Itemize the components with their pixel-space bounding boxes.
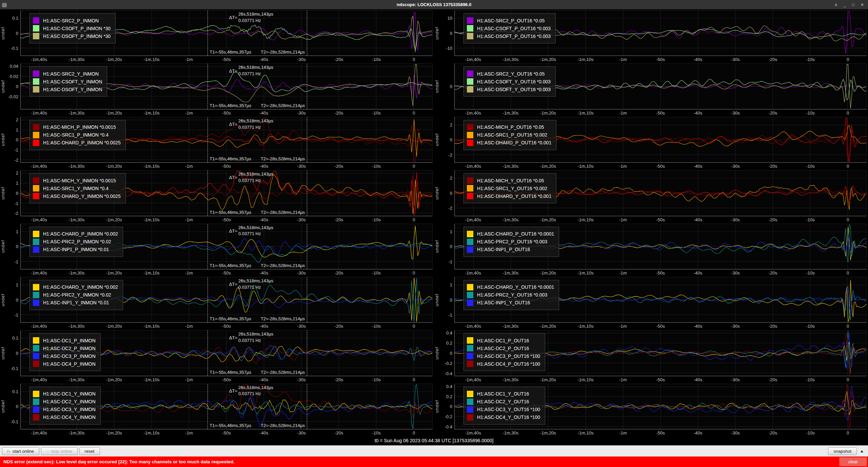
plot-legend[interactable]: H1:ASC-DC1_Y_OUT16H1:ASC-DC2_Y_OUT16H1:A… bbox=[463, 387, 545, 425]
legend-item[interactable]: H1:ASC-SRC2_P_INMON bbox=[33, 17, 111, 24]
legend-item[interactable]: H1:ASC-INP1_Y_INMON *0.01 bbox=[33, 300, 118, 306]
legend-item[interactable]: H1:ASC-SRC1_P_INMON *0.4 bbox=[33, 132, 121, 138]
cursor-t2-line[interactable] bbox=[307, 224, 307, 269]
legend-item[interactable]: H1:ASC-SRC1_Y_OUT16 *0.002 bbox=[467, 185, 551, 191]
legend-item[interactable]: H1:ASC-CSOFT_Y_INMON bbox=[33, 78, 102, 85]
collapse-panel-icon[interactable]: ▲ bbox=[860, 449, 864, 453]
cursor-t2-line[interactable] bbox=[307, 170, 307, 216]
minimize-icon[interactable]: _ bbox=[844, 2, 846, 7]
plot-legend[interactable]: H1:ASC-MICH_Y_INMON *0.0015H1:ASC-SRC1_Y… bbox=[29, 173, 126, 203]
plot-legend[interactable]: H1:ASC-DC1_P_INMONH1:ASC-DC2_P_INMONH1:A… bbox=[29, 333, 101, 371]
y-axis[interactable]: undef210-1-2 bbox=[1, 117, 20, 163]
x-axis[interactable]: -1m,40s-1m,30s-1m,20s-1m,10s-1m-50s-40s-… bbox=[20, 429, 433, 437]
plot-legend[interactable]: H1:ASC-SRC2_P_INMONH1:ASC-CSOFT_P_INMON … bbox=[29, 13, 116, 43]
legend-item[interactable]: H1:ASC-DSOFT_P_INMON *30 bbox=[33, 33, 111, 39]
legend-item[interactable]: H1:ASC-DC4_Y_INMON bbox=[33, 414, 96, 421]
shade-icon[interactable]: ∧ bbox=[834, 2, 837, 7]
legend-item[interactable]: H1:ASC-CHARD_Y_INMON *0.002 bbox=[33, 284, 118, 290]
x-axis[interactable]: -1m,40s-1m,30s-1m,20s-1m,10s-1m-50s-40s-… bbox=[20, 216, 433, 224]
legend-item[interactable]: H1:ASC-CSOFT_Y_OUT16 *0.003 bbox=[467, 78, 551, 85]
legend-item[interactable]: H1:ASC-DC4_P_OUT16 *100 bbox=[467, 361, 540, 367]
x-axis[interactable]: -1m,40s-1m,30s-1m,20s-1m,10s-1m-50s-40s-… bbox=[20, 163, 433, 170]
legend-item[interactable]: H1:ASC-DC2_Y_OUT16 bbox=[467, 399, 540, 405]
y-axis[interactable]: undef20-2 bbox=[435, 170, 454, 216]
plot-legend[interactable]: H1:ASC-DC1_P_OUT16H1:ASC-DC2_P_OUT16H1:A… bbox=[463, 333, 545, 371]
legend-item[interactable]: H1:ASC-SRC2_Y_INMON bbox=[33, 70, 102, 77]
plot-legend[interactable]: H1:ASC-MICH_P_OUT16 *0.05H1:ASC-SRC1_P_O… bbox=[463, 120, 556, 150]
cursor-t1-line[interactable] bbox=[208, 330, 208, 375]
plot-legend[interactable]: H1:ASC-CHARD_P_INMON *0.002H1:ASC-PRC2_P… bbox=[29, 227, 123, 257]
legend-item[interactable]: H1:ASC-CHARD_P_OUT16 *0.0001 bbox=[467, 231, 554, 237]
x-axis[interactable]: -1m,40s-1m,30s-1m,20s-1m,10s-1m-50s-40s-… bbox=[20, 56, 433, 63]
x-axis[interactable]: -1m,40s-1m,30s-1m,20s-1m,10s-1m-50s-40s-… bbox=[454, 429, 867, 437]
legend-item[interactable]: H1:ASC-DHARD_P_OUT16 *0.001 bbox=[467, 140, 551, 146]
legend-item[interactable]: H1:ASC-MICH_Y_INMON *0.0015 bbox=[33, 177, 121, 184]
plot-legend[interactable]: H1:ASC-SRC2_Y_INMONH1:ASC-CSOFT_Y_INMONH… bbox=[29, 66, 107, 97]
legend-item[interactable]: H1:ASC-MICH_Y_OUT16 *0.05 bbox=[467, 177, 551, 184]
x-axis[interactable]: -1m,40s-1m,30s-1m,20s-1m,10s-1m-50s-40s-… bbox=[454, 216, 867, 224]
legend-item[interactable]: H1:ASC-DC2_P_INMON bbox=[33, 345, 96, 351]
legend-item[interactable]: H1:ASC-DHARD_Y_INMON *0.0025 bbox=[33, 193, 121, 199]
y-axis[interactable]: undef10-1 bbox=[435, 224, 454, 269]
legend-item[interactable]: H1:ASC-DHARD_P_INMON *0.0025 bbox=[33, 140, 121, 146]
y-axis[interactable]: undef0.40.20-0.2-0.4 bbox=[435, 330, 454, 376]
legend-item[interactable]: H1:ASC-DSOFT_Y_OUT16 *0.003 bbox=[467, 86, 551, 93]
legend-item[interactable]: H1:ASC-SRC2_Y_OUT16 *0.05 bbox=[467, 70, 551, 77]
legend-item[interactable]: H1:ASC-DC1_Y_OUT16 bbox=[467, 391, 540, 397]
legend-item[interactable]: H1:ASC-DC4_Y_OUT16 *100 bbox=[467, 414, 540, 421]
legend-item[interactable]: H1:ASC-DC3_P_OUT16 *100 bbox=[467, 353, 540, 359]
legend-item[interactable]: H1:ASC-DHARD_Y_OUT16 *0.001 bbox=[467, 193, 551, 199]
cursor-t1-line[interactable] bbox=[208, 170, 208, 216]
legend-item[interactable]: H1:ASC-DC3_Y_INMON bbox=[33, 406, 96, 413]
cursor-t1-line[interactable] bbox=[208, 384, 208, 429]
legend-item[interactable]: H1:ASC-CHARD_P_INMON *0.002 bbox=[33, 231, 118, 237]
legend-item[interactable]: H1:ASC-DC3_Y_OUT16 *100 bbox=[467, 406, 540, 413]
y-axis[interactable]: undef0.10-0.1 bbox=[1, 10, 20, 56]
snapshot-button[interactable]: snapshot bbox=[828, 447, 857, 455]
legend-item[interactable]: H1:ASC-CHARD_Y_OUT16 *0.0001 bbox=[467, 284, 554, 290]
x-axis[interactable]: -1m,40s-1m,30s-1m,20s-1m,10s-1m-50s-40s-… bbox=[454, 376, 867, 384]
plot-legend[interactable]: H1:ASC-MICH_Y_OUT16 *0.05H1:ASC-SRC1_Y_O… bbox=[463, 173, 556, 203]
legend-item[interactable]: H1:ASC-DC1_Y_INMON bbox=[33, 391, 96, 397]
legend-item[interactable]: H1:ASC-DSOFT_P_OUT16 *0.003 bbox=[467, 33, 551, 39]
x-axis[interactable]: -1m,40s-1m,30s-1m,20s-1m,10s-1m-50s-40s-… bbox=[454, 323, 867, 330]
legend-item[interactable]: H1:ASC-DC2_Y_INMON bbox=[33, 399, 96, 405]
cursor-t2-line[interactable] bbox=[307, 117, 307, 162]
legend-item[interactable]: H1:ASC-CSOFT_P_INMON *30 bbox=[33, 25, 111, 32]
reset-button[interactable]: reset bbox=[79, 447, 100, 455]
close-icon[interactable]: ✕ bbox=[861, 2, 864, 7]
cursor-t1-line[interactable] bbox=[208, 117, 208, 162]
legend-item[interactable]: H1:ASC-MICH_P_INMON *0.0015 bbox=[33, 124, 121, 130]
cursor-t1-line[interactable] bbox=[208, 64, 208, 109]
legend-item[interactable]: H1:ASC-PRC2_Y_INMON *0.02 bbox=[33, 292, 118, 298]
legend-item[interactable]: H1:ASC-DC2_P_OUT16 bbox=[467, 345, 540, 351]
legend-item[interactable]: H1:ASC-DC3_P_INMON bbox=[33, 353, 96, 359]
x-axis[interactable]: -1m,40s-1m,30s-1m,20s-1m,10s-1m-50s-40s-… bbox=[454, 109, 867, 117]
plot-legend[interactable]: H1:ASC-SRC2_P_OUT16 *0.05H1:ASC-CSOFT_P_… bbox=[463, 13, 556, 43]
legend-item[interactable]: H1:ASC-DC4_P_INMON bbox=[33, 361, 96, 367]
legend-item[interactable]: H1:ASC-SRC2_P_OUT16 *0.05 bbox=[467, 17, 551, 24]
y-axis[interactable]: undef10-1 bbox=[1, 277, 20, 323]
start-online-button[interactable]: ▷ start online bbox=[2, 447, 39, 455]
legend-item[interactable]: H1:ASC-MICH_P_OUT16 *0.05 bbox=[467, 124, 551, 130]
x-axis[interactable]: -1m,40s-1m,30s-1m,20s-1m,10s-1m-50s-40s-… bbox=[20, 376, 433, 384]
cursor-t2-line[interactable] bbox=[307, 277, 307, 322]
x-axis[interactable]: -1m,40s-1m,30s-1m,20s-1m,10s-1m-50s-40s-… bbox=[20, 269, 433, 277]
y-axis[interactable]: undef210-1-2 bbox=[1, 170, 20, 216]
y-axis[interactable]: undef0.040.020-0.02 bbox=[1, 63, 20, 109]
x-axis[interactable]: -1m,40s-1m,30s-1m,20s-1m,10s-1m-50s-40s-… bbox=[20, 323, 433, 330]
x-axis[interactable]: -1m,40s-1m,30s-1m,20s-1m,10s-1m-50s-40s-… bbox=[454, 269, 867, 277]
legend-item[interactable]: H1:ASC-INP1_P_OUT16 bbox=[467, 246, 554, 253]
y-axis[interactable]: undef10-1 bbox=[1, 224, 20, 269]
y-axis[interactable]: undef0 bbox=[435, 63, 454, 109]
legend-item[interactable]: H1:ASC-INP1_Y_OUT16 bbox=[467, 300, 554, 306]
y-axis[interactable]: undef0.40.20-0.2-0.4 bbox=[435, 384, 454, 429]
legend-item[interactable]: H1:ASC-SRC1_Y_INMON *0.4 bbox=[33, 185, 121, 191]
clear-error-button[interactable]: clear bbox=[839, 457, 867, 466]
legend-item[interactable]: H1:ASC-PRC2_Y_OUT16 *0.003 bbox=[467, 292, 554, 298]
cursor-t2-line[interactable] bbox=[307, 330, 307, 375]
x-axis[interactable]: -1m,40s-1m,30s-1m,20s-1m,10s-1m-50s-40s-… bbox=[454, 163, 867, 170]
legend-item[interactable]: H1:ASC-CSOFT_P_OUT16 *0.003 bbox=[467, 25, 551, 32]
cursor-t2-line[interactable] bbox=[307, 64, 307, 109]
x-axis[interactable]: -1m,40s-1m,30s-1m,20s-1m,10s-1m-50s-40s-… bbox=[20, 109, 433, 117]
